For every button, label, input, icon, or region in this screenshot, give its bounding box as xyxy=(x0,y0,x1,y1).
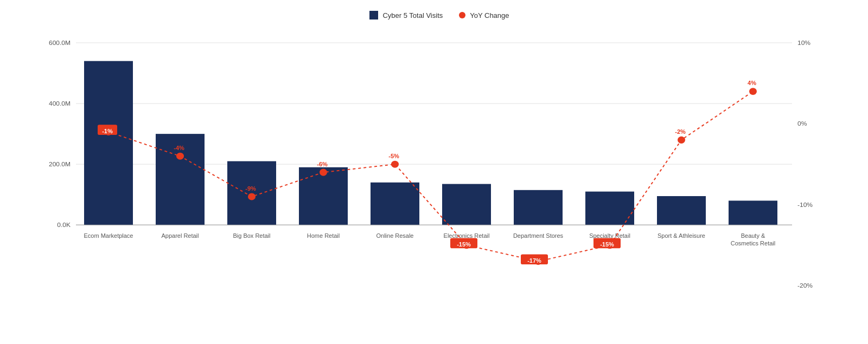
svg-text:Online Resale: Online Resale xyxy=(376,232,414,239)
legend: Cyber 5 Total Visits YoY Change xyxy=(43,11,835,20)
chart-container: Cyber 5 Total Visits YoY Change 600.0M 4… xyxy=(0,0,868,344)
svg-text:0%: 0% xyxy=(797,120,807,127)
legend-dot-icon xyxy=(459,12,465,18)
dot-beauty xyxy=(749,88,757,95)
svg-text:10%: 10% xyxy=(797,39,810,46)
svg-text:Specialty Retail: Specialty Retail xyxy=(589,232,630,239)
svg-text:-6%: -6% xyxy=(317,161,328,167)
bar-beauty xyxy=(729,200,777,225)
svg-text:-1%: -1% xyxy=(102,128,113,134)
svg-text:0.0K: 0.0K xyxy=(57,221,71,228)
bar-specialty xyxy=(585,192,634,225)
svg-text:400.0M: 400.0M xyxy=(49,100,71,107)
svg-text:-2%: -2% xyxy=(675,128,686,135)
dot-home xyxy=(320,169,327,176)
bar-electronics xyxy=(442,184,491,225)
legend-bar-icon xyxy=(369,11,378,20)
svg-text:-5%: -5% xyxy=(388,153,399,159)
main-svg: 600.0M 400.0M 200.0M 0.0K 10% 0% -10% -2… xyxy=(43,28,835,296)
chart-area: 600.0M 400.0M 200.0M 0.0K 10% 0% -10% -2… xyxy=(43,28,835,296)
bar-dept xyxy=(514,190,563,225)
legend-line-item: YoY Change xyxy=(459,11,509,20)
svg-text:-20%: -20% xyxy=(797,282,813,289)
svg-text:-10%: -10% xyxy=(797,201,813,208)
svg-text:4%: 4% xyxy=(748,80,756,87)
bar-online xyxy=(371,183,419,225)
dot-bigbox xyxy=(248,193,256,200)
legend-bar-item: Cyber 5 Total Visits xyxy=(369,11,443,20)
svg-text:Ecom Marketplace: Ecom Marketplace xyxy=(84,232,133,239)
legend-bar-label: Cyber 5 Total Visits xyxy=(382,11,443,20)
svg-text:Beauty &: Beauty & xyxy=(741,232,765,239)
svg-text:Electronics Retail: Electronics Retail xyxy=(444,232,490,239)
svg-text:Sport & Athleisure: Sport & Athleisure xyxy=(658,232,705,239)
svg-text:Home Retail: Home Retail xyxy=(307,232,340,239)
bar-bigbox xyxy=(227,161,276,225)
svg-text:-17%: -17% xyxy=(527,258,541,264)
bar-home xyxy=(299,167,348,225)
svg-text:Apparel Retail: Apparel Retail xyxy=(162,232,199,239)
bar-sport xyxy=(657,196,706,225)
svg-text:-9%: -9% xyxy=(245,185,256,192)
svg-text:-4%: -4% xyxy=(174,145,184,151)
bar-ecom xyxy=(84,61,133,225)
svg-text:200.0M: 200.0M xyxy=(49,160,71,167)
svg-text:Department Stores: Department Stores xyxy=(513,232,563,239)
dot-apparel xyxy=(176,153,184,160)
svg-text:Big Box Retail: Big Box Retail xyxy=(233,232,271,239)
yoy-line xyxy=(108,92,753,262)
svg-text:600.0M: 600.0M xyxy=(49,39,71,46)
dot-sport xyxy=(678,137,685,144)
dot-online xyxy=(391,161,399,168)
svg-text:-15%: -15% xyxy=(457,242,471,248)
svg-text:Cosmetics Retail: Cosmetics Retail xyxy=(731,240,775,246)
svg-text:-15%: -15% xyxy=(600,242,614,248)
legend-line-label: YoY Change xyxy=(470,11,509,20)
